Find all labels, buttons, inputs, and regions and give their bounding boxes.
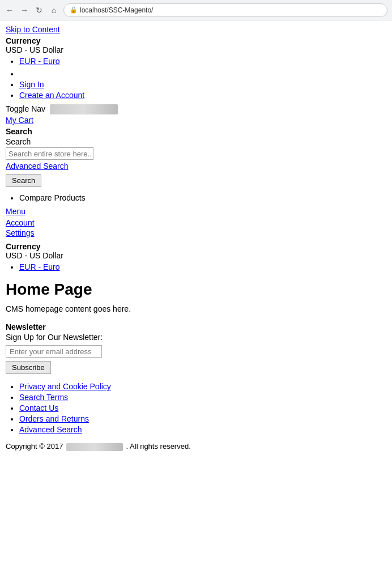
settings-link[interactable]: Settings: [6, 228, 386, 237]
url-text: localhost/SSC-Magento/: [80, 6, 153, 14]
newsletter-signup-text: Sign Up for Our Newsletter:: [6, 333, 386, 342]
empty-list-item: [19, 69, 386, 78]
newsletter-section: Newsletter Sign Up for Our Newsletter: S…: [6, 322, 386, 374]
eur-list-item2: EUR - Euro: [19, 262, 386, 271]
browser-chrome: ← → ↻ ⌂ 🔒 localhost/SSC-Magento/: [0, 0, 392, 20]
footer-links-list: Privacy and Cookie Policy Search Terms C…: [6, 382, 386, 434]
copyright-image: [66, 443, 123, 451]
eur-link2[interactable]: EUR - Euro: [19, 262, 60, 271]
create-account-list-item: Create an Account: [19, 91, 386, 100]
footer-link-item-orders: Orders and Returns: [19, 414, 386, 423]
cms-content: CMS homepage content goes here.: [6, 304, 386, 313]
search-section: Search Search Advanced Search Search: [6, 127, 386, 189]
create-account-link[interactable]: Create an Account: [19, 91, 84, 100]
eur-link[interactable]: EUR - Euro: [19, 57, 60, 66]
reload-button[interactable]: ↻: [34, 5, 44, 15]
skip-to-content-link[interactable]: Skip to Content: [6, 25, 386, 34]
currency-value: USD - US Dollar: [6, 45, 386, 54]
footer-link-item-search-terms: Search Terms: [19, 393, 386, 402]
account-links-list: Sign In Create an Account: [6, 69, 386, 100]
eur-list-item: EUR - Euro: [19, 57, 386, 66]
page-content: Skip to Content Currency USD - US Dollar…: [0, 20, 392, 456]
sign-in-list-item: Sign In: [19, 80, 386, 89]
footer-link-item-contact: Contact Us: [19, 403, 386, 413]
home-page-title: Home Page: [6, 280, 386, 299]
compare-products-item: Compare Products: [19, 193, 386, 202]
search-heading: Search: [6, 127, 386, 136]
email-input[interactable]: [6, 345, 102, 358]
search-button[interactable]: Search: [6, 174, 41, 187]
copyright-suffix: . All rights reserved.: [126, 442, 191, 450]
footer-link-item-privacy: Privacy and Cookie Policy: [19, 382, 386, 391]
footer-advanced-search-link[interactable]: Advanced Search: [19, 425, 82, 434]
subscribe-button[interactable]: Subscribe: [6, 361, 51, 374]
address-bar[interactable]: 🔒 localhost/SSC-Magento/: [63, 3, 387, 17]
currency-value2: USD - US Dollar: [6, 251, 386, 260]
currency-heading: Currency: [6, 36, 386, 45]
toggle-nav-row: Toggle Nav: [6, 104, 386, 114]
menu-link[interactable]: Menu: [6, 207, 386, 216]
account-link[interactable]: Account: [6, 218, 386, 227]
home-button[interactable]: ⌂: [49, 5, 59, 15]
newsletter-heading: Newsletter: [6, 322, 386, 332]
account-links-section: Sign In Create an Account: [6, 69, 386, 100]
currency-list2: EUR - Euro: [6, 262, 386, 271]
copyright-text: Copyright © 2017: [6, 442, 63, 450]
contact-us-link[interactable]: Contact Us: [19, 403, 58, 413]
currency-section: Currency USD - US Dollar EUR - Euro: [6, 36, 386, 66]
compare-products-label: Compare Products: [19, 193, 86, 202]
footer-link-item-advanced-search: Advanced Search: [19, 425, 386, 434]
lock-icon: 🔒: [70, 6, 78, 14]
search-input[interactable]: [6, 147, 93, 160]
footer-links: Privacy and Cookie Policy Search Terms C…: [6, 382, 386, 434]
orders-returns-link[interactable]: Orders and Returns: [19, 414, 89, 423]
copyright-section: Copyright © 2017 . All rights reserved.: [6, 442, 386, 451]
privacy-link[interactable]: Privacy and Cookie Policy: [19, 382, 111, 391]
advanced-search-link[interactable]: Advanced Search: [6, 162, 386, 171]
forward-button[interactable]: →: [19, 5, 29, 15]
compare-products-section: Compare Products: [6, 193, 386, 202]
toggle-nav-image: [50, 104, 118, 114]
back-button[interactable]: ←: [5, 5, 15, 15]
my-cart-link[interactable]: My Cart: [6, 116, 386, 125]
search-terms-link[interactable]: Search Terms: [19, 393, 68, 402]
compare-products-list: Compare Products: [6, 193, 386, 202]
search-label: Search: [6, 137, 386, 146]
currency-section2: Currency USD - US Dollar EUR - Euro: [6, 242, 386, 271]
sign-in-link[interactable]: Sign In: [19, 80, 44, 89]
currency-list: EUR - Euro: [6, 57, 386, 66]
currency-heading2: Currency: [6, 242, 386, 251]
toggle-nav-label: Toggle Nav: [6, 104, 45, 113]
